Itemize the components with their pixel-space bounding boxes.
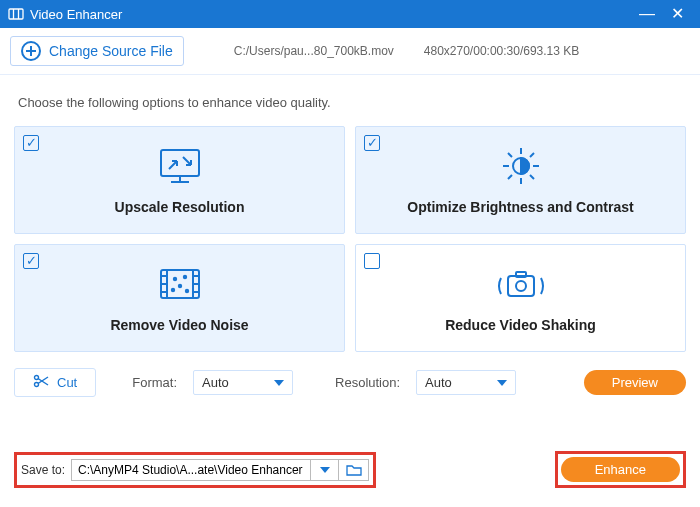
checkbox-brightness[interactable]: ✓ xyxy=(364,135,380,151)
svg-point-28 xyxy=(185,289,187,291)
cut-button[interactable]: Cut xyxy=(14,368,96,397)
save-to-group: Save to: xyxy=(14,452,376,488)
cut-label: Cut xyxy=(57,375,77,390)
resolution-value: Auto xyxy=(425,375,452,390)
chevron-down-icon xyxy=(274,380,284,386)
svg-point-27 xyxy=(171,288,173,290)
save-path-input[interactable] xyxy=(71,459,311,481)
save-to-label: Save to: xyxy=(21,463,65,477)
monitor-arrow-icon xyxy=(155,146,205,189)
svg-line-11 xyxy=(508,153,512,157)
minimize-button[interactable]: — xyxy=(632,0,662,28)
chevron-down-icon xyxy=(320,467,330,473)
browse-folder-button[interactable] xyxy=(339,459,369,481)
plus-icon xyxy=(21,41,41,61)
option-noise-label: Remove Video Noise xyxy=(110,317,248,333)
svg-point-26 xyxy=(178,284,180,286)
close-button[interactable]: ✕ xyxy=(662,0,692,28)
source-meta: 480x270/00:00:30/693.13 KB xyxy=(424,44,579,58)
chevron-down-icon xyxy=(497,380,507,386)
format-select[interactable]: Auto xyxy=(193,370,293,395)
enhance-button[interactable]: Enhance xyxy=(561,457,680,482)
title-bar: Video Enhancer — ✕ xyxy=(0,0,700,28)
svg-line-12 xyxy=(530,175,534,179)
source-row: Change Source File C:/Users/pau...80_700… xyxy=(0,28,700,75)
save-path-dropdown[interactable] xyxy=(311,459,339,481)
enhance-highlight: Enhance xyxy=(555,451,686,488)
format-label: Format: xyxy=(132,375,177,390)
option-brightness-label: Optimize Brightness and Contrast xyxy=(407,199,633,215)
app-icon xyxy=(8,6,24,22)
change-source-button[interactable]: Change Source File xyxy=(10,36,184,66)
filmstrip-icon xyxy=(155,264,205,307)
option-shaking[interactable]: Reduce Video Shaking xyxy=(355,244,686,352)
svg-rect-3 xyxy=(161,150,199,176)
checkbox-upscale[interactable]: ✓ xyxy=(23,135,39,151)
option-upscale-label: Upscale Resolution xyxy=(115,199,245,215)
svg-rect-31 xyxy=(516,272,526,277)
svg-line-13 xyxy=(508,175,512,179)
format-value: Auto xyxy=(202,375,229,390)
camera-shake-icon xyxy=(494,264,548,307)
option-noise[interactable]: ✓ Remove Video Noise xyxy=(14,244,345,352)
checkbox-shaking[interactable] xyxy=(364,253,380,269)
sun-contrast-icon xyxy=(498,146,544,189)
svg-point-30 xyxy=(516,281,526,291)
svg-line-14 xyxy=(530,153,534,157)
checkbox-noise[interactable]: ✓ xyxy=(23,253,39,269)
resolution-label: Resolution: xyxy=(335,375,400,390)
svg-point-25 xyxy=(183,275,185,277)
svg-rect-0 xyxy=(9,9,23,19)
svg-rect-29 xyxy=(508,276,534,296)
source-path: C:/Users/pau...80_700kB.mov xyxy=(234,44,394,58)
prompt-text: Choose the following options to enhance … xyxy=(14,85,686,126)
resolution-select[interactable]: Auto xyxy=(416,370,516,395)
svg-point-24 xyxy=(173,277,175,279)
window-title: Video Enhancer xyxy=(30,7,122,22)
option-upscale[interactable]: ✓ Upscale Resolution xyxy=(14,126,345,234)
scissors-icon xyxy=(33,374,49,391)
option-brightness[interactable]: ✓ Optimize Brightness and Contrast xyxy=(355,126,686,234)
option-shaking-label: Reduce Video Shaking xyxy=(445,317,596,333)
preview-button[interactable]: Preview xyxy=(584,370,686,395)
change-source-label: Change Source File xyxy=(49,43,173,59)
